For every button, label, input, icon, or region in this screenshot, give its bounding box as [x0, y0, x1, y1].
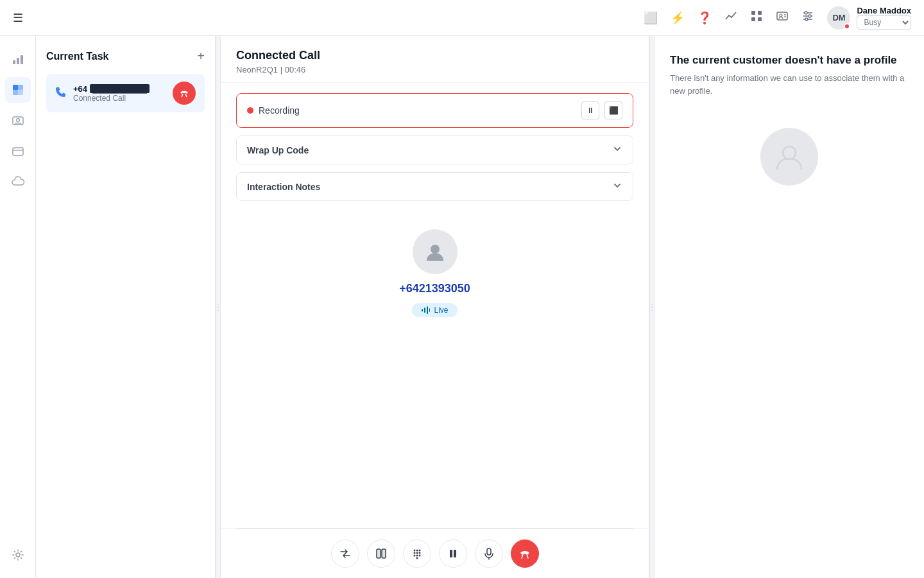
svg-line-26	[182, 94, 183, 97]
svg-point-22	[16, 119, 19, 122]
svg-rect-3	[758, 17, 762, 21]
hamburger-menu[interactable]: ☰	[13, 11, 23, 25]
call-duration: 00:46	[285, 65, 306, 74]
caller-number: +6421393050	[399, 282, 470, 295]
sidebar-item-contacts[interactable]	[5, 108, 31, 134]
svg-point-43	[413, 555, 415, 557]
interaction-notes-label: Interaction Notes	[247, 182, 320, 192]
call-panel-body: Recording ⏸ ⬛ Wrap Up Code	[221, 83, 649, 528]
help-icon[interactable]: ❓	[697, 11, 712, 25]
grid-icon[interactable]	[750, 10, 763, 26]
pause-button[interactable]	[439, 539, 467, 568]
profile-avatar-placeholder	[760, 128, 818, 186]
live-badge: Live	[412, 303, 457, 317]
avatar[interactable]: DM	[827, 6, 850, 30]
svg-point-46	[416, 557, 418, 559]
user-name: Dane Maddox	[857, 6, 911, 15]
wrap-up-code-header[interactable]: Wrap Up Code	[237, 136, 633, 164]
svg-rect-2	[751, 17, 755, 21]
svg-rect-32	[429, 308, 430, 312]
profile-panel: The current customer doesn't have a prof…	[654, 36, 924, 578]
caller-section: +6421393050 Live	[236, 229, 633, 317]
recording-controls: ⏸ ⬛	[581, 101, 622, 119]
svg-rect-23	[13, 148, 23, 155]
svg-point-53	[783, 146, 796, 159]
call-label: Connected Call	[73, 94, 150, 103]
sidebar-item-cloud[interactable]	[5, 170, 31, 195]
svg-point-11	[805, 12, 807, 14]
svg-point-37	[413, 550, 415, 552]
svg-point-42	[418, 552, 420, 554]
svg-rect-16	[21, 55, 23, 64]
transfer-button[interactable]	[331, 539, 359, 568]
svg-rect-36	[382, 549, 386, 558]
wrap-up-code-label: Wrap Up Code	[247, 145, 309, 155]
svg-line-52	[527, 554, 528, 558]
svg-point-39	[418, 550, 420, 552]
sidebar-item-window[interactable]	[5, 139, 31, 164]
sidebar	[0, 36, 36, 578]
main-layout: Current Task + +64 ██████████ Connected …	[0, 36, 924, 578]
sidebar-item-analytics[interactable]	[5, 46, 31, 72]
task-panel: Current Task + +64 ██████████ Connected …	[36, 36, 216, 578]
mute-button[interactable]	[475, 539, 503, 568]
resize-handle-left[interactable]: ⋮	[216, 36, 221, 578]
status-select[interactable]: Busy Available Away Offline	[857, 15, 911, 30]
svg-point-5	[780, 14, 782, 17]
svg-point-12	[809, 15, 811, 17]
status-dot	[844, 23, 850, 30]
svg-rect-30	[424, 308, 425, 313]
svg-point-38	[416, 550, 418, 552]
profile-subtitle: There isn't any information we can use t…	[670, 72, 909, 97]
contact-card-icon[interactable]	[776, 10, 789, 26]
recording-label: Recording	[259, 105, 300, 116]
svg-point-45	[418, 555, 420, 557]
interaction-notes-header[interactable]: Interaction Notes	[237, 173, 633, 200]
recording-box: Recording ⏸ ⬛	[236, 93, 633, 128]
end-call-button-main[interactable]	[511, 539, 539, 568]
svg-rect-21	[13, 117, 23, 125]
dialpad-button[interactable]	[403, 539, 431, 568]
svg-rect-49	[487, 548, 491, 555]
svg-rect-29	[422, 309, 423, 311]
call-queue: NeonR2Q1	[236, 65, 278, 74]
svg-rect-18	[18, 85, 23, 90]
call-card-info: +64 ██████████ Connected Call	[73, 84, 150, 103]
bolt-icon[interactable]: ⚡	[671, 11, 685, 25]
end-call-button[interactable]	[173, 82, 196, 105]
svg-point-13	[805, 18, 808, 21]
caller-avatar	[413, 229, 458, 274]
profile-title: The current customer doesn't have a prof…	[670, 54, 909, 67]
svg-rect-1	[758, 11, 762, 15]
svg-rect-15	[17, 58, 19, 64]
add-task-button[interactable]: +	[197, 49, 205, 64]
svg-point-25	[16, 553, 20, 557]
svg-point-28	[431, 245, 440, 254]
call-card-left: +64 ██████████ Connected Call	[55, 84, 150, 103]
call-number-redacted: ██████████	[90, 84, 150, 93]
resize-handle-right[interactable]: ⋮	[649, 36, 654, 578]
svg-rect-35	[377, 549, 381, 558]
call-card[interactable]: +64 ██████████ Connected Call	[46, 74, 205, 112]
chart-icon[interactable]	[724, 10, 737, 26]
recording-pause-button[interactable]: ⏸	[581, 101, 599, 119]
svg-point-40	[413, 552, 415, 554]
svg-rect-19	[13, 90, 18, 95]
sidebar-item-tasks[interactable]	[5, 77, 31, 103]
recording-stop-button[interactable]: ⬛	[604, 101, 622, 119]
sidebar-item-settings[interactable]	[5, 542, 31, 568]
top-navigation: ☰ ⬜ ⚡ ❓	[0, 0, 924, 36]
svg-line-27	[185, 94, 187, 97]
svg-rect-31	[427, 306, 428, 314]
call-panel-header: Connected Call NeonR2Q1 | 00:46	[221, 36, 649, 83]
interaction-notes-accordion: Interaction Notes	[236, 172, 633, 201]
hold-all-button[interactable]	[367, 539, 395, 568]
sliders-icon[interactable]	[801, 10, 814, 26]
recording-left: Recording	[247, 105, 300, 116]
live-label: Live	[434, 306, 448, 315]
wrap-up-chevron-icon	[612, 144, 622, 156]
task-panel-title: Current Task	[46, 51, 109, 62]
call-number-prefix: +64	[73, 84, 87, 94]
monitor-icon[interactable]: ⬜	[644, 11, 658, 25]
call-meta: NeonR2Q1 | 00:46	[236, 65, 633, 74]
